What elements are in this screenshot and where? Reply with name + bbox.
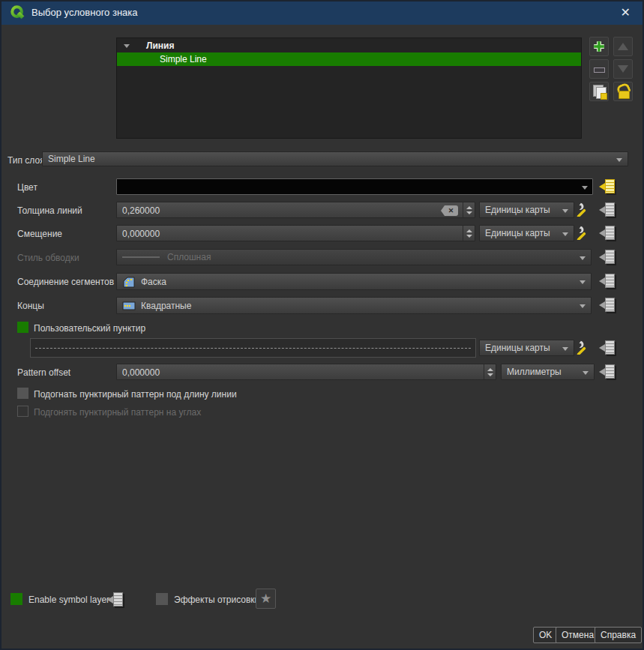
- paint-effects-button[interactable]: ★: [256, 589, 276, 609]
- cancel-button[interactable]: Отмена: [556, 627, 600, 643]
- pattern-offset-data-defined-button[interactable]: [599, 363, 617, 381]
- offset-unit-combo[interactable]: Единицы карты: [479, 225, 574, 241]
- wrench-icon: [574, 202, 589, 217]
- pattern-offset-spin-buttons[interactable]: [484, 364, 496, 379]
- titlebar[interactable]: Выбор условного знака ✕: [0, 0, 644, 25]
- arrow-down-icon: [618, 65, 628, 73]
- offset-spinbox[interactable]: 0,000000: [116, 225, 475, 241]
- wrench-icon: [574, 225, 589, 240]
- offset-unit-value: Единицы карты: [485, 228, 550, 238]
- stroke-style-combo: Сплошная: [116, 249, 592, 265]
- add-symbol-layer-button[interactable]: [589, 37, 609, 56]
- line-width-value[interactable]: 0,260000: [122, 205, 160, 216]
- dash-data-defined-button[interactable]: [599, 339, 617, 357]
- join-style-data-defined-button[interactable]: [599, 272, 617, 290]
- tweak-dash-checkbox: [17, 406, 28, 417]
- chevron-down-icon: [580, 304, 586, 308]
- data-defined-icon: [599, 183, 605, 190]
- help-button[interactable]: Справка: [595, 627, 642, 643]
- pattern-offset-value[interactable]: 0,000000: [122, 367, 160, 378]
- plus-icon: [592, 40, 606, 53]
- cap-style-combo[interactable]: Квадратные: [116, 297, 592, 314]
- data-defined-icon: [599, 277, 605, 285]
- draw-effects-label: Эффекты отрисовки: [174, 595, 259, 605]
- window-title: Выбор условного знака: [31, 7, 138, 18]
- chevron-down-icon: [580, 280, 586, 284]
- line-width-unit-value: Единицы карты: [485, 205, 550, 215]
- data-defined-icon: [107, 596, 113, 604]
- symbol-selector-dialog: Выбор условного знака ✕ Линия Simple Lin…: [0, 0, 644, 650]
- line-width-spinbox[interactable]: 0,260000 ✕: [116, 202, 475, 218]
- expand-arrow-icon[interactable]: [124, 44, 130, 48]
- custom-dash-label: Пользовательский пунктир: [34, 323, 145, 334]
- data-defined-icon: [599, 368, 605, 376]
- enable-symbol-layer-checkbox[interactable]: [10, 593, 22, 605]
- data-defined-icon: [599, 206, 605, 214]
- pattern-offset-spinbox[interactable]: 0,000000: [116, 364, 496, 380]
- tree-group-label: Линия: [146, 39, 174, 52]
- ok-button[interactable]: OK: [533, 627, 558, 643]
- join-style-combo[interactable]: Фаска: [116, 273, 592, 290]
- move-layer-down-button[interactable]: [613, 59, 633, 79]
- move-layer-up-button[interactable]: [613, 37, 633, 56]
- offset-value[interactable]: 0,000000: [122, 229, 160, 239]
- chevron-down-icon: [580, 256, 586, 260]
- offset-data-defined-button[interactable]: [599, 224, 617, 242]
- line-width-label: Толщина линий: [17, 205, 82, 216]
- pattern-offset-unit-combo[interactable]: Миллиметры: [501, 364, 595, 380]
- tweak-dash-label: Подгонять пунктирный паттерн на углах: [34, 407, 201, 418]
- data-defined-icon: [599, 344, 605, 352]
- remove-symbol-layer-button[interactable]: [589, 59, 609, 79]
- bevel-join-icon: [122, 276, 136, 288]
- qgis-logo-icon: [10, 4, 25, 20]
- color-dropdown[interactable]: [116, 178, 593, 195]
- dash-pattern-preview: [35, 348, 471, 349]
- lock-color-button[interactable]: [613, 82, 633, 101]
- pattern-offset-unit-value: Миллиметры: [507, 367, 562, 377]
- data-defined-icon: [599, 229, 605, 237]
- custom-dash-checkbox[interactable]: [17, 322, 28, 333]
- draw-effects-checkbox[interactable]: [156, 593, 168, 605]
- chevron-down-icon: [562, 347, 568, 351]
- clear-value-button[interactable]: ✕: [441, 205, 458, 216]
- line-width-unit-scale-button[interactable]: [574, 202, 592, 219]
- data-defined-icon: [599, 301, 605, 309]
- duplicate-layer-button[interactable]: [589, 82, 609, 101]
- dash-unit-combo[interactable]: Единицы карты: [479, 340, 574, 356]
- data-defined-icon: [599, 253, 605, 261]
- stroke-style-data-defined-button[interactable]: [599, 248, 617, 266]
- join-style-value: Фаска: [141, 277, 166, 287]
- symbol-layers-tree[interactable]: Линия Simple Line: [116, 37, 582, 139]
- star-icon: ★: [260, 592, 271, 605]
- cap-style-value: Квадратные: [141, 301, 191, 311]
- tree-item-label: Simple Line: [160, 52, 207, 66]
- minus-icon: [594, 67, 605, 73]
- dash-unit-value: Единицы карты: [485, 343, 550, 353]
- offset-unit-scale-button[interactable]: [574, 225, 592, 242]
- tree-group-row[interactable]: Линия: [117, 39, 581, 52]
- stroke-style-label: Стиль обводки: [17, 253, 79, 263]
- wrench-icon: [574, 340, 589, 355]
- dash-pattern-button[interactable]: [30, 338, 476, 358]
- color-data-defined-button[interactable]: [599, 178, 617, 196]
- layer-type-combo[interactable]: Simple Line: [42, 151, 628, 166]
- close-button[interactable]: ✕: [621, 5, 631, 19]
- color-label: Цвет: [17, 182, 37, 193]
- offset-label: Смещение: [17, 229, 62, 239]
- tree-item-simple-line[interactable]: Simple Line: [117, 52, 581, 66]
- square-cap-icon: [122, 301, 136, 311]
- cap-style-data-defined-button[interactable]: [599, 296, 617, 314]
- enable-layer-data-defined-button[interactable]: [107, 591, 125, 609]
- offset-spin-buttons[interactable]: [463, 226, 475, 241]
- line-width-unit-combo[interactable]: Единицы карты: [479, 202, 574, 218]
- line-width-spin-buttons[interactable]: [463, 202, 475, 217]
- chevron-down-icon: [616, 158, 622, 162]
- arrow-up-icon: [618, 43, 628, 50]
- align-dash-label: Подогнать пунктирный паттерн под длину л…: [34, 389, 237, 400]
- dash-unit-scale-button[interactable]: [574, 340, 592, 357]
- stroke-style-value: Сплошная: [167, 252, 211, 262]
- chevron-down-icon: [583, 371, 589, 375]
- align-dash-checkbox[interactable]: [17, 388, 28, 399]
- line-width-data-defined-button[interactable]: [599, 201, 617, 219]
- enable-symbol-layer-label: Enable symbol layer: [28, 595, 109, 605]
